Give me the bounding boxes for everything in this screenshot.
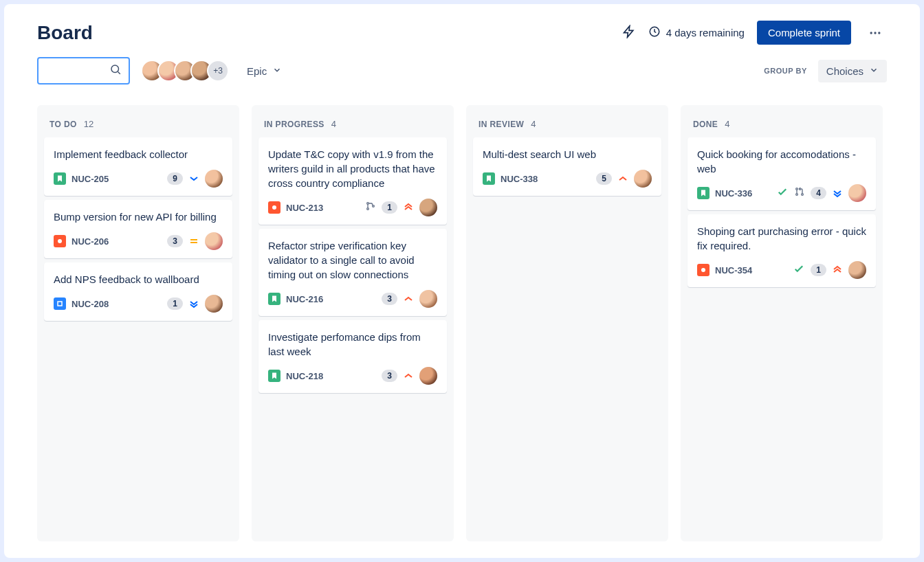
story-issue-type-icon bbox=[54, 172, 66, 185]
issue-card[interactable]: Add NPS feedback to wallboard NUC-2081 bbox=[44, 262, 232, 321]
issue-key: NUC-354 bbox=[715, 265, 752, 276]
group-by-dropdown[interactable]: Choices bbox=[818, 60, 887, 82]
issue-key: NUC-206 bbox=[72, 236, 109, 247]
priority-high-icon bbox=[403, 293, 414, 304]
svg-rect-6 bbox=[58, 302, 62, 306]
story-points-badge: 3 bbox=[382, 370, 397, 382]
priority-highest-icon bbox=[403, 202, 414, 213]
card-footer: NUC-2081 bbox=[54, 295, 223, 313]
avatar-more[interactable]: +3 bbox=[207, 60, 229, 82]
column-count: 4 bbox=[531, 119, 536, 129]
issue-card[interactable]: Shoping cart purchasing error - quick fi… bbox=[688, 214, 876, 287]
automation-icon[interactable] bbox=[622, 25, 636, 41]
svg-point-3 bbox=[878, 32, 880, 34]
done-check-icon bbox=[793, 262, 805, 278]
svg-point-1 bbox=[870, 32, 872, 34]
card-title: Implement feedback collector bbox=[54, 147, 223, 161]
card-title: Quick booking for accomodations - web bbox=[697, 147, 866, 176]
svg-point-5 bbox=[58, 239, 62, 243]
issue-card[interactable]: Bump version for new API for billing NUC… bbox=[44, 200, 232, 258]
header-right: 4 days remaining Complete sprint bbox=[622, 21, 887, 45]
column-count: 4 bbox=[331, 119, 336, 129]
more-actions-button[interactable] bbox=[864, 21, 887, 45]
story-points-badge: 3 bbox=[382, 293, 397, 305]
priority-low-icon bbox=[188, 173, 199, 184]
epic-filter-label: Epic bbox=[247, 65, 267, 77]
group-by-value: Choices bbox=[826, 65, 864, 77]
search-input[interactable] bbox=[37, 57, 130, 85]
card-title: Update T&C copy with v1.9 from the write… bbox=[268, 147, 437, 190]
card-footer: NUC-3385 bbox=[483, 170, 652, 188]
issue-card[interactable]: Quick booking for accomodations - web NU… bbox=[688, 137, 876, 210]
story-issue-type-icon bbox=[483, 172, 495, 185]
issue-card[interactable]: Investigate perfomance dips from last we… bbox=[258, 320, 447, 393]
story-points-badge: 1 bbox=[811, 264, 826, 276]
assignee-avatar[interactable] bbox=[205, 295, 223, 313]
assignee-avatar[interactable] bbox=[419, 199, 437, 216]
assignee-avatar[interactable] bbox=[419, 290, 437, 308]
card-footer: NUC-2059 bbox=[54, 170, 223, 188]
complete-sprint-button[interactable]: Complete sprint bbox=[757, 21, 851, 45]
board-column: IN PROGRESS 4Update T&C copy with v1.9 f… bbox=[252, 105, 454, 541]
story-points-badge: 3 bbox=[167, 235, 183, 247]
issue-key: NUC-205 bbox=[72, 174, 109, 184]
column-title: IN PROGRESS bbox=[264, 120, 324, 129]
issue-card[interactable]: Refactor stripe verification key validat… bbox=[258, 229, 447, 316]
assignee-avatar[interactable] bbox=[419, 367, 437, 385]
header-filter-row: +3 Epic GROUP BY Choices bbox=[37, 57, 887, 85]
assignee-avatar[interactable] bbox=[205, 232, 223, 250]
search-icon bbox=[109, 63, 122, 78]
board-column: IN REVIEW 4Multi-dest search UI web NUC-… bbox=[466, 105, 668, 541]
column-header: TO DO 12 bbox=[41, 111, 235, 137]
pull-request-icon bbox=[794, 186, 805, 200]
assignee-avatar-group[interactable]: +3 bbox=[141, 60, 229, 82]
assignee-avatar[interactable] bbox=[848, 184, 866, 202]
story-points-badge: 9 bbox=[167, 172, 183, 185]
branch-icon bbox=[365, 201, 376, 214]
priority-lowest-icon bbox=[832, 188, 843, 199]
card-title: Add NPS feedback to wallboard bbox=[54, 272, 223, 286]
card-footer: NUC-2063 bbox=[54, 232, 223, 250]
done-check-icon bbox=[776, 186, 789, 201]
card-title: Shoping cart purchasing error - quick fi… bbox=[697, 224, 866, 253]
days-remaining-text: 4 days remaining bbox=[666, 27, 745, 38]
clock-icon bbox=[648, 25, 661, 40]
pr-count-badge: 4 bbox=[811, 187, 826, 199]
issue-key: NUC-218 bbox=[286, 371, 323, 381]
group-by-label: GROUP BY bbox=[764, 67, 806, 75]
priority-highest-icon bbox=[832, 265, 843, 276]
issue-key: NUC-338 bbox=[500, 174, 538, 184]
column-title: IN REVIEW bbox=[478, 120, 524, 129]
column-count: 4 bbox=[725, 119, 729, 129]
issue-card[interactable]: Multi-dest search UI web NUC-3385 bbox=[473, 137, 661, 196]
card-footer: NUC-2183 bbox=[268, 367, 437, 385]
bug-issue-type-icon bbox=[54, 235, 66, 247]
card-footer: NUC-3541 bbox=[697, 261, 866, 279]
priority-lowest-icon bbox=[188, 298, 199, 309]
issue-key: NUC-336 bbox=[715, 188, 752, 199]
board-columns: TO DO 12Implement feedback collector NUC… bbox=[37, 105, 887, 541]
svg-point-11 bbox=[796, 188, 798, 190]
svg-point-8 bbox=[367, 203, 369, 205]
issue-card[interactable]: Update T&C copy with v1.9 from the write… bbox=[258, 137, 447, 225]
assignee-avatar[interactable] bbox=[848, 261, 866, 279]
board-column: TO DO 12Implement feedback collector NUC… bbox=[37, 105, 239, 541]
board-title: Board bbox=[37, 22, 93, 44]
assignee-avatar[interactable] bbox=[205, 170, 223, 188]
assignee-avatar[interactable] bbox=[634, 170, 652, 188]
priority-high-icon bbox=[617, 173, 628, 184]
svg-point-9 bbox=[367, 208, 369, 210]
chevron-down-icon bbox=[272, 65, 282, 77]
epic-filter-dropdown[interactable]: Epic bbox=[240, 61, 289, 81]
story-issue-type-icon bbox=[697, 187, 710, 199]
header-top-row: Board 4 days remaining Complete sprint bbox=[37, 21, 887, 45]
bug-issue-type-icon bbox=[268, 201, 280, 214]
column-header: DONE 4 bbox=[685, 111, 879, 137]
card-title: Investigate perfomance dips from last we… bbox=[268, 330, 437, 359]
card-footer: NUC-2131 bbox=[268, 199, 437, 216]
story-points-badge: 5 bbox=[596, 172, 612, 185]
issue-card[interactable]: Implement feedback collector NUC-2059 bbox=[44, 137, 232, 196]
card-title: Multi-dest search UI web bbox=[483, 147, 652, 161]
bug-issue-type-icon bbox=[697, 264, 710, 276]
column-count: 12 bbox=[84, 119, 94, 129]
